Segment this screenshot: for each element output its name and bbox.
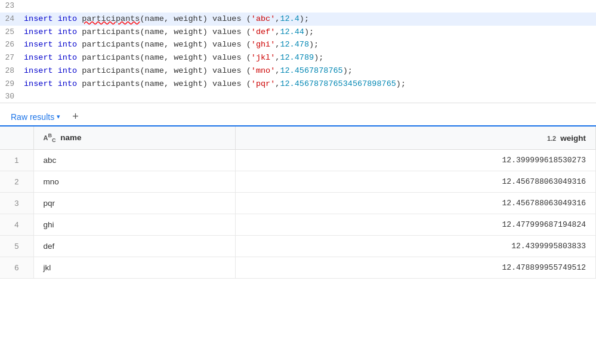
- line-content: insert into participants(name, weight) v…: [21, 64, 353, 78]
- table-body: 1abc12.3999996185302732mno12.45678806304…: [0, 150, 596, 279]
- cell-row-number: 6: [0, 257, 33, 279]
- code-lines: 23 24 insert into participants(name, wei…: [0, 0, 596, 103]
- col-header-weight[interactable]: 1.2 weight: [235, 127, 595, 149]
- cell-row-number: 4: [0, 214, 33, 236]
- results-table: ABC name 1.2 weight 1abc12.3999996185302…: [0, 127, 596, 279]
- cell-weight: 12.399999618530273: [235, 150, 595, 171]
- cell-weight: 12.456788063049316: [235, 193, 595, 214]
- col-header-rownum: [0, 127, 33, 149]
- add-tab-button[interactable]: +: [66, 108, 85, 127]
- tab-label: Raw results: [11, 112, 54, 122]
- numeric-type-icon: 1.2: [547, 135, 558, 142]
- code-line-28: 28 insert into participants(name, weight…: [0, 64, 596, 78]
- table-row: 2mno12.456788063049316: [0, 171, 596, 193]
- col-header-name[interactable]: ABC name: [33, 127, 235, 149]
- table-row: 6jkl12.478899955749512: [0, 257, 596, 279]
- line-number: 26: [0, 39, 21, 51]
- results-table-container: ABC name 1.2 weight 1abc12.3999996185302…: [0, 127, 596, 279]
- code-line-24: 24 insert into participants(name, weight…: [0, 13, 596, 26]
- table-row: 1abc12.399999618530273: [0, 150, 596, 171]
- cell-row-number: 2: [0, 171, 33, 193]
- table-row: 4ghi12.477999687194824: [0, 214, 596, 236]
- cell-weight: 12.478899955749512: [235, 257, 595, 279]
- code-editor: 23 24 insert into participants(name, wei…: [0, 0, 596, 103]
- line-content: insert into participants(name, weight) v…: [21, 78, 406, 91]
- line-content: insert into participants(name, weight) v…: [21, 13, 309, 26]
- line-number: 28: [0, 65, 21, 78]
- chevron-down-icon: ▾: [57, 113, 60, 121]
- line-number: 30: [0, 91, 21, 103]
- cell-row-number: 5: [0, 236, 33, 257]
- line-number: 29: [0, 78, 21, 91]
- cell-weight: 12.477999687194824: [235, 214, 595, 236]
- line-number: 23: [0, 0, 21, 13]
- line-number: 25: [0, 26, 21, 39]
- col-weight-label: weight: [560, 134, 586, 143]
- table-header-row: ABC name 1.2 weight: [0, 127, 596, 149]
- line-number: 24: [0, 13, 21, 26]
- cell-row-number: 1: [0, 150, 33, 171]
- code-line-26: 26 insert into participants(name, weight…: [0, 38, 596, 51]
- cell-name: mno: [33, 171, 235, 193]
- table-row: 5def12.4399995803833: [0, 236, 596, 257]
- line-content: insert into participants(name, weight) v…: [21, 26, 314, 39]
- code-line-29: 29 insert into participants(name, weight…: [0, 78, 596, 91]
- cell-name: abc: [33, 150, 235, 171]
- col-name-label: name: [60, 133, 81, 142]
- cell-weight: 12.456788063049316: [235, 171, 595, 193]
- code-line-25: 25 insert into participants(name, weight…: [0, 26, 596, 39]
- tab-raw-results[interactable]: Raw results ▾: [5, 109, 66, 127]
- line-content: insert into participants(name, weight) v…: [21, 38, 319, 51]
- text-type-icon: ABC: [44, 134, 56, 141]
- cell-weight: 12.4399995803833: [235, 236, 595, 257]
- tabs-bar: Raw results ▾ +: [0, 103, 596, 127]
- code-line-23: 23: [0, 0, 596, 13]
- cell-name: jkl: [33, 257, 235, 279]
- line-number: 27: [0, 52, 21, 64]
- cell-name: pqr: [33, 193, 235, 214]
- table-row: 3pqr12.456788063049316: [0, 193, 596, 214]
- code-line-27: 27 insert into participants(name, weight…: [0, 51, 596, 64]
- line-content: insert into participants(name, weight) v…: [21, 51, 323, 64]
- cell-name: def: [33, 236, 235, 257]
- code-line-30: 30: [0, 91, 596, 103]
- cell-name: ghi: [33, 214, 235, 236]
- cell-row-number: 3: [0, 193, 33, 214]
